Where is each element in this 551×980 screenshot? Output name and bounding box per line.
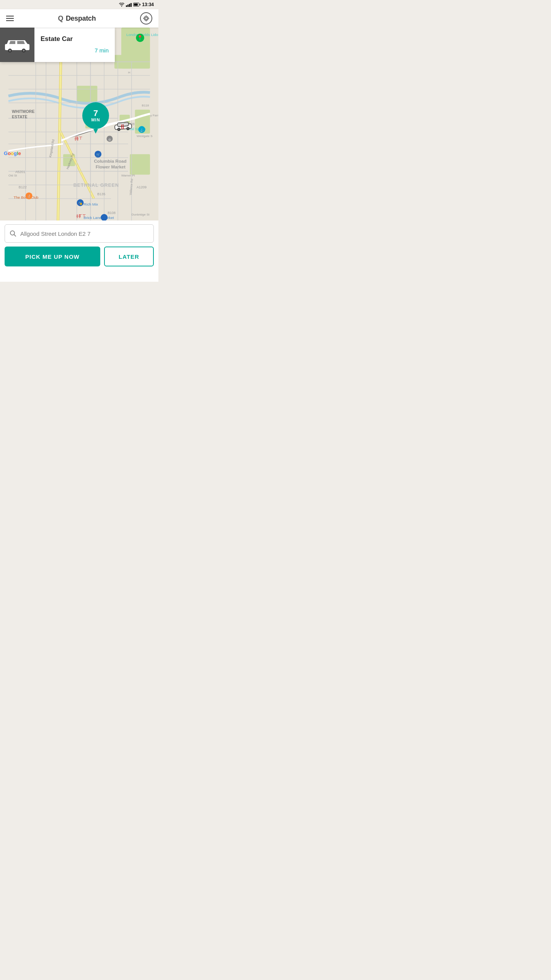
- svg-text:ESTATE: ESTATE: [12, 114, 28, 119]
- bottom-panel: PICK ME UP NOW LATER: [0, 220, 158, 282]
- google-logo: Google: [4, 150, 21, 156]
- vehicle-eta: 7 min: [41, 47, 109, 57]
- svg-point-98: [23, 50, 25, 52]
- svg-text:⚓: ⚓: [140, 128, 144, 132]
- svg-text:Dunbridge St: Dunbridge St: [132, 213, 150, 216]
- crosshair-icon: [143, 15, 149, 21]
- wifi-icon: [119, 3, 124, 7]
- svg-text:🎭: 🎭: [78, 201, 83, 206]
- svg-line-92: [121, 124, 122, 129]
- vehicle-icon-box: [0, 28, 34, 62]
- svg-text:Rich Mix: Rich Mix: [84, 202, 98, 206]
- svg-text:Westgate S: Westgate S: [137, 134, 152, 138]
- svg-text:BETHNAL GREEN: BETHNAL GREEN: [73, 183, 119, 188]
- svg-text:◎: ◎: [108, 138, 111, 141]
- svg-point-96: [9, 50, 11, 52]
- svg-text:B122: B122: [19, 185, 27, 189]
- later-button[interactable]: LATER: [104, 247, 154, 266]
- eta-bubble: 7 MIN: [82, 102, 109, 133]
- svg-rect-86: [119, 123, 123, 126]
- vehicle-card[interactable]: Estate Car 7 min: [0, 28, 115, 62]
- header-title: Q Despatch: [14, 15, 140, 23]
- status-time: 13:34: [142, 2, 154, 7]
- locate-button[interactable]: [140, 12, 152, 24]
- svg-text:Warner Pl: Warner Pl: [121, 174, 135, 177]
- svg-text:WHITMORE: WHITMORE: [12, 109, 35, 114]
- svg-text:╫╫: ╫╫: [76, 214, 81, 218]
- action-buttons: PICK ME UP NOW LATER: [5, 247, 154, 266]
- svg-text:Columbia Road: Columbia Road: [94, 158, 126, 163]
- status-bar: 13:34: [0, 0, 158, 9]
- app-header: Q Despatch: [0, 9, 158, 28]
- signal-icon: [126, 2, 132, 7]
- svg-text:📍: 📍: [137, 35, 143, 41]
- svg-text:╫╫: ╫╫: [74, 137, 79, 141]
- svg-rect-9: [77, 86, 98, 103]
- battery-icon: [133, 3, 139, 7]
- search-icon: Q: [58, 15, 63, 22]
- svg-text:Old St: Old St: [8, 174, 17, 177]
- svg-line-93: [123, 124, 123, 129]
- svg-rect-11: [130, 154, 150, 175]
- estate-car-icon: [4, 37, 31, 52]
- svg-text:🛒: 🛒: [96, 152, 101, 157]
- pickup-now-button[interactable]: PICK ME UP NOW: [5, 247, 100, 266]
- vehicle-info: Estate Car 7 min: [34, 28, 115, 62]
- status-icons: 13:34: [119, 2, 154, 7]
- svg-text:A1209: A1209: [137, 185, 147, 189]
- svg-text:A5201: A5201: [15, 170, 25, 174]
- search-icon: [10, 230, 16, 237]
- svg-text:H: H: [128, 71, 130, 74]
- svg-text:B108: B108: [108, 211, 116, 215]
- vehicle-name: Estate Car: [41, 35, 109, 43]
- pickup-search-wrapper[interactable]: [5, 224, 154, 243]
- svg-line-100: [14, 235, 16, 237]
- svg-text:B135: B135: [97, 192, 105, 196]
- svg-text:🍴: 🍴: [27, 194, 31, 199]
- svg-rect-87: [123, 123, 127, 126]
- svg-point-1: [144, 16, 148, 21]
- car-marker: [114, 121, 133, 133]
- svg-text:Flower Market: Flower Market: [96, 164, 126, 169]
- svg-point-0: [145, 17, 147, 20]
- svg-text:y Farm: y Farm: [150, 114, 158, 117]
- pickup-location-input[interactable]: [20, 230, 149, 237]
- menu-button[interactable]: [6, 16, 14, 21]
- svg-text:B118: B118: [142, 104, 149, 107]
- svg-text:Brick Lane Market: Brick Lane Market: [84, 216, 114, 220]
